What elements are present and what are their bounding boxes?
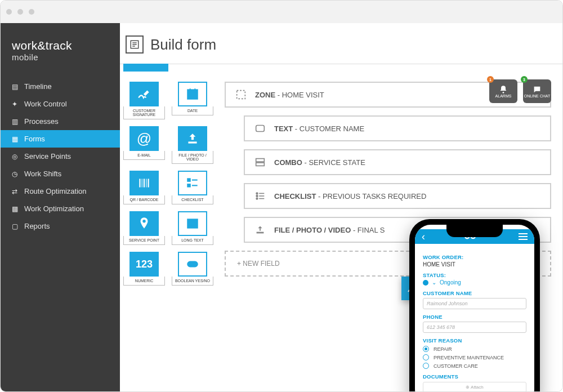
- palette-tile-signature[interactable]: CUSTOMER SIGNATURE: [123, 82, 165, 119]
- traffic-light-dot: [17, 9, 23, 15]
- upload-icon: [178, 126, 207, 151]
- sidebar-item-service-points[interactable]: ◎ Service Points: [1, 148, 120, 165]
- sidebar-item-processes[interactable]: ▥ Processes: [1, 113, 120, 130]
- customer-name-label: CUSTOMER NAME: [423, 290, 526, 296]
- palette-tile-date[interactable]: DATE: [172, 82, 213, 119]
- chip-label: ONLINE CHAT: [524, 94, 551, 98]
- logo-main: work&track: [12, 39, 109, 52]
- chat-button[interactable]: 3 ONLINE CHAT: [523, 79, 551, 103]
- svg-point-24: [193, 262, 197, 266]
- svg-rect-4: [187, 90, 197, 99]
- attach-button[interactable]: ⊕ Attach: [423, 382, 526, 392]
- palette-tile-label: BOOLEAN YES/NO: [172, 277, 213, 286]
- pin-icon: [129, 211, 159, 236]
- field-label: TEXT - CUSTOMER NAME: [274, 124, 364, 133]
- palette-tile-label: SERVICE POINT: [123, 236, 165, 245]
- palette-tile-label: E-MAIL: [123, 151, 165, 160]
- canvas-field-row[interactable]: COMBO - SERVICE STATE: [244, 149, 551, 175]
- sidebar-item-label: Service Points: [24, 152, 71, 161]
- svg-rect-26: [256, 126, 265, 132]
- date-icon: [178, 82, 207, 106]
- chat-badge: 3: [521, 76, 528, 83]
- pin-icon: ◎: [11, 153, 19, 161]
- status-dot-icon: [423, 280, 428, 286]
- upload-icon: [253, 222, 267, 237]
- svg-point-29: [256, 193, 258, 194]
- canvas-field-row[interactable]: CHECKLIST - PREVIOUS TASKS REQUIRED: [244, 183, 551, 209]
- svg-rect-9: [139, 179, 140, 187]
- phone-label: PHONE: [423, 314, 526, 320]
- svg-rect-11: [144, 179, 145, 187]
- svg-rect-8: [188, 141, 196, 143]
- palette-tile-numeric[interactable]: 123 NUMERIC: [123, 252, 165, 286]
- sidebar-item-work-control[interactable]: ✦ Work Control: [1, 95, 120, 113]
- palette-tile-longtext[interactable]: LONG TEXT: [172, 211, 213, 245]
- palette-tile-checklist[interactable]: CHECKLIST: [172, 171, 213, 204]
- field-palette: CUSTOMER SIGNATURE DATE @ E-MAIL: [123, 82, 213, 286]
- sidebar-item-forms[interactable]: ▦ Forms: [1, 130, 120, 148]
- customer-name-input[interactable]: Raimond Johnson: [423, 298, 526, 309]
- sidebar-item-label: Route Optimization: [24, 187, 87, 195]
- logo-sub: mobile: [12, 52, 109, 62]
- sidebar-item-label: Processes: [24, 117, 59, 126]
- palette-tile-label: FILE / PHOTO / VIDEO: [172, 151, 213, 164]
- svg-rect-25: [237, 91, 245, 99]
- main-area: Build form CUSTOMER SIGNATURE: [120, 23, 562, 391]
- palette-tile-barcode[interactable]: QR / BARCODE: [123, 171, 165, 204]
- calendar-icon: ▤: [11, 83, 19, 91]
- reason-label: REPAIR: [434, 346, 452, 352]
- reason-option[interactable]: CUSTOMER CARE: [423, 363, 526, 369]
- combo-icon: [253, 155, 267, 170]
- palette-tile-email[interactable]: @ E-MAIL: [123, 126, 165, 164]
- palette-tile-file[interactable]: FILE / PHOTO / VIDEO: [172, 126, 213, 164]
- grid-icon: ▩: [11, 205, 19, 213]
- reason-option[interactable]: REPAIR: [423, 346, 526, 352]
- reason-option[interactable]: PREVENTIVE MAINTENANCE: [423, 354, 526, 360]
- phone-screen: ‹ WORK ORDER: HOME VISIT STATUS: ⌄: [415, 225, 534, 392]
- svg-point-31: [256, 195, 258, 197]
- palette-tile-label: NUMERIC: [123, 277, 165, 286]
- phone-mockup: ‹ WORK ORDER: HOME VISIT STATUS: ⌄: [409, 219, 540, 392]
- palette-tile-label: QR / BARCODE: [123, 195, 165, 204]
- phone-input[interactable]: 612 345 678: [423, 322, 526, 333]
- sidebar-item-work-optimization[interactable]: ▩ Work Optimization: [1, 200, 120, 217]
- documents-label: DOCUMENTS: [423, 373, 526, 380]
- radio-icon: [423, 363, 429, 369]
- svg-rect-28: [256, 163, 265, 166]
- svg-rect-13: [148, 179, 149, 187]
- svg-point-36: [503, 92, 504, 93]
- work-order-value: HOME VISIT: [423, 261, 526, 268]
- back-icon[interactable]: ‹: [422, 231, 425, 243]
- sidebar-item-route-optimization[interactable]: ⇄ Route Optimization: [1, 182, 120, 200]
- sidebar-item-timeline[interactable]: ▤ Timeline: [1, 78, 120, 95]
- page-header: Build form: [120, 23, 562, 64]
- radio-icon: [423, 346, 429, 352]
- palette-tile-label: LONG TEXT: [172, 236, 213, 245]
- sidebar-item-reports[interactable]: ▢ Reports: [1, 217, 120, 235]
- status-dropdown[interactable]: ⌄ Ongoing: [423, 279, 526, 286]
- alarms-badge: 1: [487, 76, 494, 83]
- barcode-icon: [129, 171, 159, 195]
- phone-notch: [446, 225, 503, 237]
- palette-tile-service-point[interactable]: SERVICE POINT: [123, 211, 165, 245]
- page-title: Build form: [150, 36, 216, 54]
- svg-point-18: [142, 220, 145, 222]
- svg-rect-10: [142, 179, 142, 187]
- form-icon: ▦: [11, 135, 19, 143]
- chat-icon: [533, 85, 542, 94]
- palette-tile-boolean[interactable]: BOOLEAN YES/NO: [172, 252, 213, 286]
- route-icon: ⇄: [11, 188, 19, 195]
- sidebar-item-work-shifts[interactable]: ◷ Work Shifts: [1, 165, 120, 182]
- sidebar-nav: ▤ Timeline ✦ Work Control ▥ Processes ▦ …: [1, 78, 120, 235]
- hamburger-icon[interactable]: [519, 233, 528, 240]
- work-order-label: WORK ORDER:: [423, 254, 526, 260]
- canvas-field-row[interactable]: TEXT - CUSTOMER NAME: [244, 115, 551, 141]
- svg-point-33: [256, 198, 258, 199]
- alarms-button[interactable]: 1 ALARMS: [489, 79, 517, 103]
- field-label: CHECKLIST - PREVIOUS TASKS REQUIRED: [274, 192, 426, 201]
- app-window: work&track mobile ▤ Timeline ✦ Work Cont…: [0, 0, 563, 392]
- reason-label: PREVENTIVE MAINTENANCE: [434, 355, 504, 360]
- status-value: Ongoing: [440, 279, 461, 286]
- text-icon: [253, 121, 267, 136]
- toggle-icon: [178, 252, 207, 277]
